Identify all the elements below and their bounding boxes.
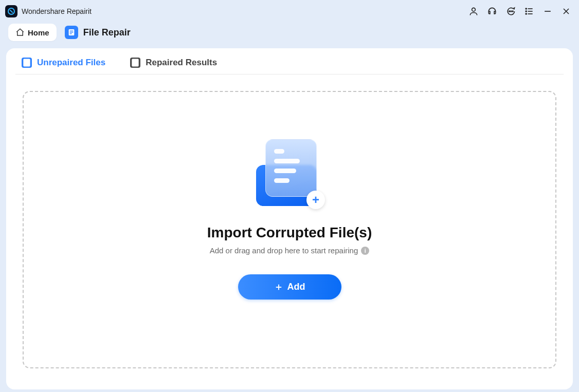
svg-rect-17	[69, 33, 71, 34]
support-icon[interactable]	[486, 6, 498, 17]
home-label: Home	[28, 28, 49, 37]
tab-repaired[interactable]: Repaired Results	[130, 58, 217, 68]
svg-point-7	[526, 11, 527, 12]
menu-icon[interactable]	[523, 6, 535, 17]
import-dropzone[interactable]: + Import Corrupted File(s) Add or drag a…	[23, 91, 556, 368]
tab-label: Unrepaired Files	[37, 58, 105, 68]
svg-point-4	[512, 11, 513, 12]
feedback-icon[interactable]	[505, 6, 516, 17]
file-repair-icon	[65, 26, 78, 39]
svg-rect-18	[23, 59, 30, 67]
document-clock-icon	[130, 58, 140, 68]
add-button[interactable]: Add	[238, 274, 341, 300]
svg-rect-16	[69, 32, 73, 32]
section-header: File Repair	[65, 26, 131, 39]
app-title: Wondershare Repairit	[22, 7, 92, 15]
dropzone-subline: Add or drag and drop here to start repai…	[210, 246, 358, 255]
svg-point-1	[472, 8, 476, 11]
svg-point-2	[509, 11, 510, 12]
section-title: File Repair	[83, 27, 131, 38]
svg-point-9	[526, 13, 527, 14]
app-logo	[5, 5, 17, 17]
dropzone-headline: Import Corrupted File(s)	[207, 225, 372, 241]
home-button[interactable]: Home	[8, 24, 57, 41]
minimize-icon[interactable]	[542, 6, 553, 17]
svg-point-5	[526, 8, 527, 9]
svg-rect-15	[69, 31, 73, 31]
tab-unrepaired[interactable]: Unrepaired Files	[22, 58, 105, 68]
breadcrumb: Home File Repair	[0, 21, 579, 48]
add-button-label: Add	[287, 282, 305, 292]
tab-label: Repaired Results	[146, 58, 217, 68]
svg-rect-19	[132, 59, 139, 67]
import-illustration: +	[251, 139, 328, 211]
close-icon[interactable]	[560, 6, 572, 17]
plus-badge-icon: +	[306, 191, 325, 209]
svg-point-3	[511, 11, 512, 12]
document-lines-icon	[22, 58, 32, 68]
account-icon[interactable]	[468, 6, 479, 17]
info-icon[interactable]: i	[361, 247, 369, 255]
